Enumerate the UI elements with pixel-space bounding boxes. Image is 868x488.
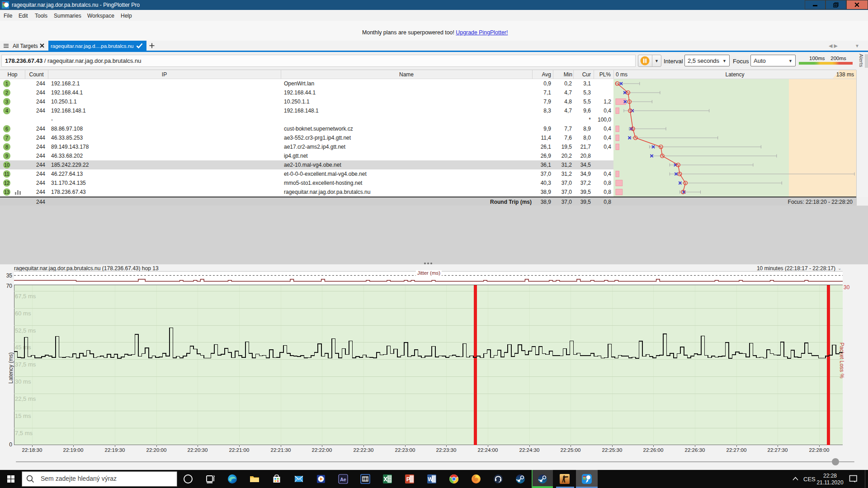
- svg-text:Ae: Ae: [340, 477, 346, 482]
- svg-text:W: W: [428, 476, 433, 483]
- svg-text:P: P: [406, 476, 410, 483]
